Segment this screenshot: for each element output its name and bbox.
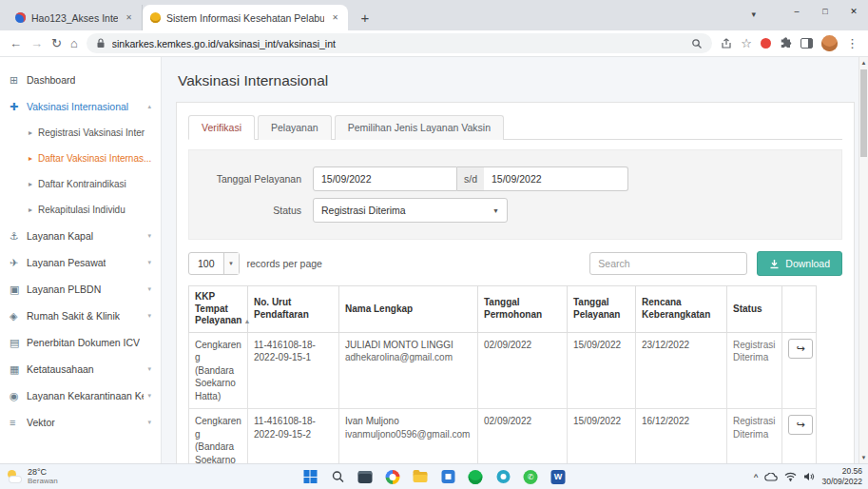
- word-icon: W: [551, 470, 566, 484]
- sidebar-item-layanan-kapal[interactable]: ⚓ Layanan Kapal ▾: [0, 223, 161, 249]
- row-forward-button[interactable]: ↪: [788, 415, 813, 435]
- column-header-nama[interactable]: Nama Lengkap: [339, 286, 478, 333]
- status-filter-label: Status: [189, 205, 301, 216]
- browser-tab-hao123[interactable]: Hao123_Akses Internet Aman dan N ✕: [8, 5, 143, 30]
- back-button[interactable]: ←: [10, 37, 22, 49]
- date-from-input[interactable]: [313, 166, 457, 191]
- date-filter-row: Tanggal Pelayanan s/d: [189, 166, 841, 191]
- vertical-scrollbar[interactable]: ▲ ▼: [858, 57, 868, 463]
- extension-red-icon[interactable]: [761, 38, 771, 49]
- status-select[interactable]: Registrasi Diterima ▼: [313, 198, 508, 223]
- bookmark-star-icon[interactable]: ☆: [741, 37, 752, 49]
- column-header-actions: [782, 286, 817, 333]
- chevron-down-icon: ▾: [144, 392, 151, 400]
- column-header-rencana[interactable]: Rencana Keberangkatan: [636, 286, 727, 333]
- sidebar-item-layanan-pesawat[interactable]: ✈ Layanan Pesawat ▾: [0, 249, 161, 276]
- app-icon-dark[interactable]: [355, 466, 376, 487]
- column-header-tgl-pelayanan[interactable]: Tanggal Pelayanan: [568, 286, 636, 333]
- page-size-select[interactable]: 100 ▼: [188, 252, 240, 275]
- sidebar-item-ketatausahaan[interactable]: ▦ Ketatausahaan ▾: [0, 356, 161, 382]
- whatsapp-icon: ✆: [524, 470, 538, 484]
- whatsapp-button[interactable]: ✆: [520, 466, 541, 487]
- tab-pemilihan-jenis-layanan-vaksin[interactable]: Pemilihan Jenis Layanan Vaksin: [335, 115, 504, 140]
- cell-actions: ↪: [782, 409, 817, 464]
- document-icon: ▤: [10, 337, 27, 349]
- column-header-status[interactable]: Status: [727, 286, 782, 333]
- sidebar-subitem-daftar-vaksinasi[interactable]: ▸ Daftar Vaksinasi Internas...: [0, 146, 161, 171]
- blue-window-app-icon: [441, 470, 454, 483]
- teal-ring-browser-icon: [496, 470, 510, 483]
- sidebar-item-rumah-sakit-klinik[interactable]: ◈ Rumah Sakit & Klinik ▾: [0, 303, 161, 329]
- sidebar-item-penerbitan-dokumen-icv[interactable]: ▤ Penerbitan Dokumen ICV: [0, 329, 161, 356]
- sidebar-subitem-daftar-kontraindikasi[interactable]: ▸ Daftar Kontraindikasi: [0, 171, 161, 197]
- sidebar-subitem-rekapitulasi-individu[interactable]: ▸ Rekapitulasi Individu: [0, 197, 161, 223]
- monitor-app-icon: [358, 471, 373, 483]
- share-icon[interactable]: [721, 38, 732, 49]
- reload-button[interactable]: ↻: [51, 37, 62, 49]
- app-icon-blue-window[interactable]: [437, 466, 458, 487]
- download-button[interactable]: Download: [757, 251, 842, 276]
- people-icon: ◉: [10, 390, 27, 402]
- page: ⊞ Dashboard ✚ Vaksinasi Internasional ▴ …: [0, 57, 868, 463]
- tab-search-chevron-icon[interactable]: ▾: [751, 0, 765, 19]
- dashboard-icon: ⊞: [10, 74, 27, 87]
- window-maximize-button[interactable]: □: [811, 0, 839, 21]
- caret-right-icon: ▸: [29, 180, 32, 188]
- side-panel-icon[interactable]: [800, 38, 813, 49]
- home-button[interactable]: ⌂: [70, 37, 78, 49]
- scroll-down-icon[interactable]: ▼: [859, 452, 868, 463]
- taskbar-search-button[interactable]: [327, 466, 348, 487]
- cell-rencana: 23/12/2022: [636, 332, 727, 409]
- profile-avatar[interactable]: [821, 35, 838, 51]
- column-header-no-urut[interactable]: No. Urut Pendaftaran: [248, 286, 339, 333]
- cell-email: ivanmuljono0596@gmail.com: [345, 428, 472, 441]
- hidden-icons-chevron-icon[interactable]: ^: [754, 473, 759, 481]
- scroll-up-icon[interactable]: ▲: [859, 57, 868, 68]
- search-input[interactable]: [589, 252, 747, 275]
- file-explorer-button[interactable]: [410, 466, 431, 487]
- browser-menu-icon[interactable]: ⋮: [846, 37, 858, 49]
- volume-icon[interactable]: [803, 472, 815, 481]
- column-header-kkp[interactable]: KKP Tempat Pelayanan▲: [189, 286, 248, 333]
- column-header-tgl-permohonan[interactable]: Tanggal Permohonan: [478, 286, 568, 333]
- sidebar-item-layanan-plbdn[interactable]: ▣ Layanan PLBDN ▾: [0, 276, 161, 303]
- content-card: Verifikasi Pelayanan Pemilihan Jenis Lay…: [176, 102, 855, 463]
- word-button[interactable]: W: [548, 466, 569, 487]
- hospital-icon: ◈: [10, 310, 27, 323]
- sidebar-item-dashboard[interactable]: ⊞ Dashboard: [0, 67, 161, 93]
- edge-browser-button[interactable]: [492, 466, 513, 487]
- new-tab-button[interactable]: +: [354, 6, 376, 29]
- taskbar-clock[interactable]: 20.56 30/09/2022: [821, 466, 862, 486]
- sidebar-item-layanan-kekarantinaan[interactable]: ◉ Layanan Kekarantinaan Keseh... ▾: [0, 382, 161, 409]
- zoom-icon[interactable]: [691, 38, 703, 49]
- address-bar[interactable]: sinkarkes.kemkes.go.id/vaksinasi_int/vak…: [87, 33, 713, 53]
- extensions-puzzle-icon[interactable]: [780, 37, 792, 49]
- app-icon-green[interactable]: [465, 466, 486, 487]
- browser-app-icon[interactable]: [382, 466, 403, 487]
- chevron-down-icon: ▾: [144, 259, 151, 266]
- sidebar-subitem-registrasi-vaksinasi[interactable]: ▸ Registrasi Vaksinasi Inter: [0, 120, 161, 146]
- sidebar-item-vektor[interactable]: ≡ Vektor ▾: [0, 409, 161, 436]
- taskbar-weather-widget[interactable]: 28°C Berawan: [6, 467, 58, 485]
- sidebar-item-vaksinasi-internasional[interactable]: ✚ Vaksinasi Internasional ▴: [0, 93, 161, 120]
- filter-panel: Tanggal Pelayanan s/d Status Registrasi …: [188, 149, 842, 240]
- date-to-input[interactable]: [484, 166, 628, 191]
- tab-verifikasi[interactable]: Verifikasi: [188, 115, 255, 140]
- browser-tab-sinkarkes[interactable]: Sistem Informasi Kesehatan Pelabuh ✕: [143, 5, 348, 30]
- chevron-down-icon: ▼: [492, 207, 499, 214]
- wifi-icon[interactable]: [784, 472, 797, 481]
- hao123-favicon-icon: [15, 12, 26, 23]
- tab-pelayanan[interactable]: Pelayanan: [258, 115, 332, 140]
- date-range-separator: s/d: [457, 166, 484, 191]
- window-close-button[interactable]: ✕: [839, 0, 868, 21]
- row-forward-button[interactable]: ↪: [788, 339, 813, 359]
- caret-right-icon: ▸: [29, 128, 32, 137]
- tab-close-icon[interactable]: ✕: [330, 11, 340, 24]
- tab-close-icon[interactable]: ✕: [124, 11, 134, 24]
- scrollbar-thumb[interactable]: [860, 69, 867, 157]
- forward-button[interactable]: →: [30, 37, 43, 49]
- start-button[interactable]: [299, 466, 320, 487]
- main-content: Vaksinasi Internasional Verifikasi Pelay…: [162, 57, 868, 463]
- onedrive-cloud-icon[interactable]: [764, 473, 778, 481]
- window-minimize-button[interactable]: –: [782, 0, 811, 21]
